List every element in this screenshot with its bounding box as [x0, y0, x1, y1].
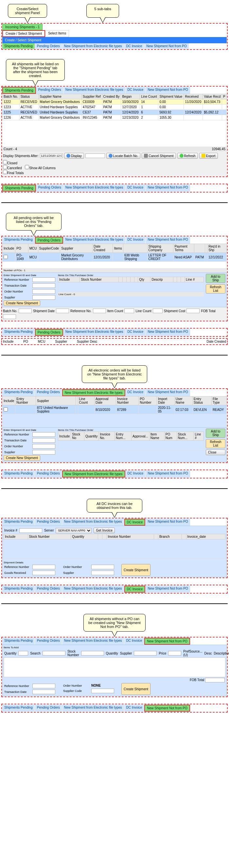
- subtab-np[interactable]: New Shipment Not from PO: [146, 185, 190, 191]
- supplier-input-3[interactable]: [32, 450, 55, 455]
- transdate-input-5[interactable]: [32, 690, 55, 694]
- refnum-input-5[interactable]: [32, 684, 55, 688]
- display-button[interactable]: Display: [64, 153, 84, 159]
- close-button-3[interactable]: Close: [206, 450, 225, 455]
- st3-ef[interactable]: New Shipment from Electronic file types: [62, 389, 125, 396]
- st5-ef[interactable]: New Shipment from Electronic file types: [62, 638, 124, 645]
- server-select[interactable]: SERVER NAV-APP01: [55, 528, 91, 533]
- fob-input-5[interactable]: [205, 678, 225, 682]
- st2-ef[interactable]: New Shipment from Electronic file types: [64, 237, 125, 244]
- subtab-electronic[interactable]: New Shipment from Electronic file types: [62, 43, 124, 49]
- refno-input[interactable]: [93, 309, 106, 313]
- date-input[interactable]: [40, 153, 63, 158]
- price-input[interactable]: [168, 651, 181, 655]
- transdate-input[interactable]: [32, 283, 55, 288]
- ordernum-input-4[interactable]: [91, 565, 114, 569]
- search-input[interactable]: [85, 153, 105, 158]
- subtab-pending-orders-2[interactable]: Pending Orders: [36, 87, 63, 94]
- table-row[interactable]: PO-1049MCUMarket Grocery Distributors12/…: [3, 253, 227, 262]
- st2-np[interactable]: New Shipment Not from PO: [146, 237, 190, 244]
- st3-dc[interactable]: DC Invoice: [126, 389, 146, 396]
- row-checkbox[interactable]: [4, 407, 8, 411]
- subtab-shipments-pending[interactable]: Shipments Pending: [2, 43, 35, 49]
- subtab-dc[interactable]: DC Invoice: [126, 185, 146, 191]
- subtab-shipments-pending-active[interactable]: Shipments Pending: [2, 87, 36, 94]
- supplier-input-5[interactable]: [134, 651, 157, 655]
- subtab-ef[interactable]: New Shipment from Electronic file types: [64, 185, 125, 191]
- st5b-sp[interactable]: Shipments Pending: [2, 705, 35, 712]
- subtab-sp[interactable]: Shipments Pending: [2, 185, 36, 191]
- subtab-dc-invoice[interactable]: DC Invoice: [124, 43, 144, 49]
- st3b-dc[interactable]: DC Invoice: [126, 471, 146, 477]
- st3-sp[interactable]: Shipments Pending: [2, 389, 35, 396]
- create-shipment-button-5[interactable]: Create Shipment: [121, 683, 151, 695]
- st2b-np[interactable]: New Shipment Not from PO: [146, 329, 190, 336]
- locate-button[interactable]: Locate Batch No.: [106, 153, 141, 159]
- refnum-input-3[interactable]: [32, 432, 55, 437]
- st2-dc[interactable]: DC Invoice: [126, 237, 146, 244]
- st2b-ef[interactable]: New Shipment from Electronic file types: [64, 329, 125, 336]
- table-row[interactable]: 1222RECEIVEDMarket Grocery DistributorsC…: [3, 99, 227, 104]
- ordernum-input[interactable]: [32, 289, 55, 294]
- table-row[interactable]: 872 United Hardware Supplies8/10/2020872…: [3, 405, 227, 414]
- st2b-sp[interactable]: Shipments Pending: [2, 329, 35, 336]
- refnum-input-4[interactable]: [32, 565, 55, 569]
- st4b-sp[interactable]: Shipments Pending: [2, 586, 35, 593]
- search-input-5[interactable]: [42, 651, 66, 655]
- st4b-ef[interactable]: New Shipment from Electronic file types: [62, 586, 124, 593]
- qty-input[interactable]: [18, 651, 28, 655]
- subtab-dc-2[interactable]: DC Invoice: [126, 87, 146, 94]
- st5b-po[interactable]: Pending Orders: [35, 705, 62, 712]
- stocknum-input[interactable]: [81, 651, 104, 655]
- refresh-list-button[interactable]: Refresh List: [206, 284, 225, 293]
- table-row[interactable]: 1225RECEIVEDUnited Hardware SuppliesCE37…: [3, 110, 227, 115]
- tab-select-items[interactable]: Select Items: [45, 30, 69, 37]
- table-row[interactable]: 1226ACTIVEMarket Grocery DistributorsINV…: [3, 115, 227, 120]
- st3b-sp[interactable]: Shipments Pending: [2, 471, 35, 477]
- shipcost-input[interactable]: [187, 309, 199, 313]
- itemcount-input[interactable]: [124, 309, 134, 313]
- st2b-po[interactable]: Pending Orders: [35, 329, 63, 336]
- st3b-po[interactable]: Pending Orders: [35, 471, 62, 477]
- subtab-pending-orders[interactable]: Pending Orders: [35, 43, 62, 49]
- create-new-shipment-button-3[interactable]: Create New Shipment: [4, 455, 40, 461]
- st3-po[interactable]: Pending Orders: [35, 389, 62, 396]
- st2-sp[interactable]: Shipments Pending: [2, 237, 35, 244]
- get-invoice-button[interactable]: Get Invoice: [93, 528, 115, 533]
- st4-po[interactable]: Pending Orders: [35, 519, 62, 526]
- tab-incoming-shipments[interactable]: Incoming Shipments - 1: [2, 24, 42, 30]
- tab-create-select-shipment[interactable]: Create / Select Shipment: [2, 30, 45, 37]
- st5-dc[interactable]: DC Invoice: [124, 638, 144, 645]
- linecount-input[interactable]: [153, 309, 163, 313]
- st3-np[interactable]: New Shipment Not from PO: [146, 389, 190, 396]
- st2b-dc[interactable]: DC Invoice: [126, 329, 146, 336]
- create-new-shipment-button[interactable]: Create New Shipment: [4, 300, 40, 306]
- st5-po[interactable]: Pending Orders: [35, 638, 62, 645]
- goods-recv-input[interactable]: [32, 570, 55, 575]
- refresh-list-button-3[interactable]: Refresh List: [206, 439, 225, 448]
- st2-po[interactable]: Pending Orders: [35, 237, 63, 244]
- st3b-ef[interactable]: New Shipment from Electronic file types: [62, 471, 125, 477]
- fob-input[interactable]: [3, 314, 16, 319]
- export-button[interactable]: Export: [199, 153, 218, 159]
- cancel-shipment-button[interactable]: Cancel Shipment: [142, 153, 176, 159]
- st3b-np[interactable]: New Shipment Not from PO: [146, 471, 190, 477]
- refresh-button[interactable]: Refresh: [177, 153, 198, 159]
- create-shipment-button-4[interactable]: Create Shipment: [121, 564, 151, 576]
- checkbox-cancelled[interactable]: Cancelled: [3, 165, 24, 170]
- batchno-input[interactable]: [18, 309, 32, 313]
- st4b-np[interactable]: New Shipment Not from PO: [146, 586, 190, 593]
- subtab-electronic-2[interactable]: New Shipment from Electronic file types: [64, 87, 125, 94]
- invoice-input[interactable]: [19, 528, 42, 533]
- subtab-po[interactable]: Pending Orders: [36, 185, 63, 191]
- st4-ef[interactable]: New Shipment from Electronic file types: [62, 519, 124, 526]
- ordernum-input-3[interactable]: [32, 444, 55, 448]
- st5b-dc[interactable]: DC Invoice: [124, 705, 144, 712]
- checkbox-final-totals[interactable]: Final Totals: [3, 170, 24, 175]
- table-row[interactable]: 1223ACTIVEUnited Hardware Supplies470254…: [3, 104, 227, 110]
- supplier-input[interactable]: [32, 295, 55, 300]
- shipdate-input[interactable]: [56, 309, 69, 313]
- suppliercode-input[interactable]: [91, 689, 114, 693]
- supplier-input-4[interactable]: [91, 570, 114, 575]
- subtab-nopo-2[interactable]: New Shipment Not from PO: [146, 87, 190, 94]
